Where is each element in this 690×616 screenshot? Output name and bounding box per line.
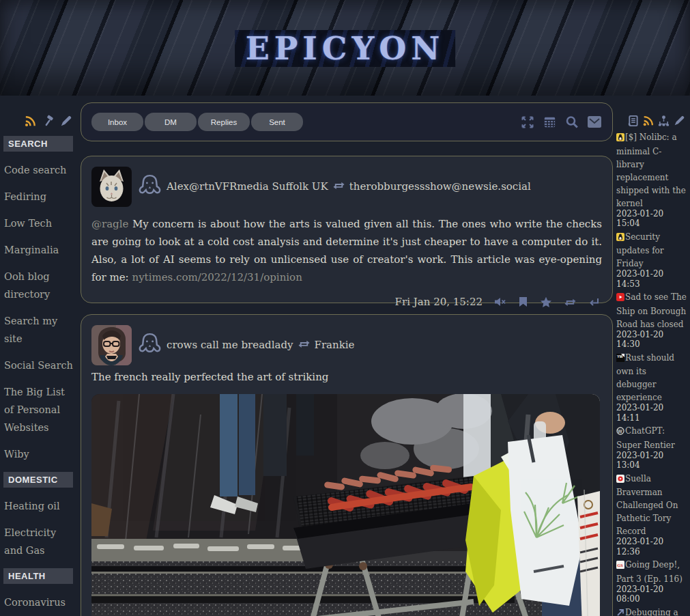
tab-dm[interactable]: DM xyxy=(145,113,197,131)
post-card: crows call me breadlady Frankie The fren… xyxy=(81,314,613,616)
yw-favicon: YW xyxy=(616,354,624,365)
post-card: Alex@rtnVFRmedia Suffolk UK therobburges… xyxy=(81,156,613,303)
timeline-header-icons xyxy=(520,115,602,130)
sidebar-link-search-my-site[interactable]: Search my site xyxy=(4,312,74,348)
section-header-search: SEARCH xyxy=(3,136,73,152)
mute-icon[interactable] xyxy=(494,296,506,307)
newswire-item: Debugging a Crash in OpenRCT2 2023-01-20… xyxy=(616,605,687,616)
newswire-link[interactable]: Security updates for Friday xyxy=(616,232,664,269)
newswire-item: YWRust should own its debugger experienc… xyxy=(616,350,687,423)
youtube-favicon xyxy=(616,475,624,486)
repeat-icon[interactable] xyxy=(564,296,577,307)
envelope-icon[interactable] xyxy=(587,115,602,128)
newswire-item: Sad to see The Ship on Borough Road has … xyxy=(616,290,687,350)
profile-dog-icon[interactable] xyxy=(137,331,162,359)
newswire-item: GSGoing Deep!, Part 3 (Ep. 116) 2023-01-… xyxy=(616,557,687,604)
newswire-item: Suella Braverman Challenged On Pathetic … xyxy=(616,471,687,557)
share-network-icon[interactable] xyxy=(658,115,670,127)
external-link-icon xyxy=(616,608,624,616)
newswire-item: Security updates for Friday 2023-01-20 1… xyxy=(616,229,687,290)
newswire-date: 2023-01-20 14:11 xyxy=(616,403,687,423)
sidebar-section-health: HEALTH Coronavirus statistics xyxy=(0,568,76,616)
svg-text:YW: YW xyxy=(617,354,624,358)
sidebar-link-ooh-blog-directory[interactable]: Ooh blog directory xyxy=(4,268,74,303)
doc-feed-icon[interactable] xyxy=(627,115,639,127)
newswire-link[interactable]: GSGoing Deep!, Part 3 (Ep. 116) xyxy=(616,560,682,584)
section-header-domestic: DOMESTIC xyxy=(3,472,73,488)
newswire-column: [$] Nolibc: a minimal C-library replacem… xyxy=(615,96,688,616)
profile-dog-icon[interactable] xyxy=(137,172,162,200)
sidebar-link-coronavirus-statistics[interactable]: Coronavirus statistics xyxy=(4,593,74,616)
post-attached-image[interactable] xyxy=(91,394,600,616)
banner-title-box: EPICYON xyxy=(235,30,456,67)
reply-icon[interactable] xyxy=(588,297,599,307)
newswire-date: 2023-01-20 13:04 xyxy=(616,451,687,471)
edit-pen-icon[interactable] xyxy=(59,115,72,128)
sidebar-link-big-list-personal-websites[interactable]: The Big List of Personal Websites xyxy=(4,383,74,436)
hammer-icon[interactable] xyxy=(42,115,55,128)
newswire-item: [$] Nolibc: a minimal C-library replacem… xyxy=(616,130,687,229)
newswire-toolbar xyxy=(615,96,688,130)
sidebar-link-low-tech[interactable]: Low Tech xyxy=(4,214,74,232)
expand-icon[interactable] xyxy=(520,115,535,130)
youtube-favicon xyxy=(616,293,624,304)
sidebar-link-wiby[interactable]: Wiby xyxy=(4,445,74,463)
bookmark-icon[interactable] xyxy=(518,296,528,307)
search-icon[interactable] xyxy=(564,115,579,130)
wordpress-favicon: W xyxy=(616,427,624,438)
post-boosted-account[interactable]: therobburgessshow@newsie.social xyxy=(349,180,531,193)
rss-icon[interactable] xyxy=(24,115,37,128)
sidebar-link-marginalia[interactable]: Marginalia xyxy=(4,241,74,259)
sidebar-link-electricity-gas[interactable]: Electricity and Gas xyxy=(4,524,74,559)
newswire-item: WChatGPT: Super Rentier 2023-01-20 13:04 xyxy=(616,423,687,471)
star-icon[interactable] xyxy=(540,296,552,308)
post-content: The french really perfected the art of s… xyxy=(91,368,602,386)
rss-icon[interactable] xyxy=(642,115,655,127)
boost-icon xyxy=(332,180,345,193)
sidebar-section-domestic: DOMESTIC Heating oil Electricity and Gas xyxy=(0,472,76,559)
timeline-header: Inbox DM Replies Sent xyxy=(81,102,613,141)
site-title: EPICYON xyxy=(246,30,445,67)
sidebar-link-social-search[interactable]: Social Search xyxy=(4,356,74,374)
sidebar-link-heating-oil[interactable]: Heating oil xyxy=(4,497,74,515)
tab-inbox[interactable]: Inbox xyxy=(91,113,143,131)
sidebar-link-fediring[interactable]: Fediring xyxy=(4,188,74,206)
newswire-link[interactable]: WChatGPT: Super Rentier xyxy=(616,426,675,450)
post-footer: Fri Jan 20, 15:22 xyxy=(91,296,602,308)
post-author[interactable]: crows call me breadlady xyxy=(167,339,293,351)
newswire-date: 2023-01-20 12:36 xyxy=(616,537,687,557)
boost-icon xyxy=(298,338,311,352)
svg-text:W: W xyxy=(618,429,622,434)
edit-pen-icon[interactable] xyxy=(673,115,685,127)
newswire-link[interactable]: Suella Braverman Challenged On Pathetic … xyxy=(616,474,678,537)
post-timestamp[interactable]: Fri Jan 20, 15:22 xyxy=(395,296,483,308)
post-author[interactable]: Alex@rtnVFRmedia Suffolk UK xyxy=(167,180,328,193)
post-boosted-account[interactable]: Frankie xyxy=(315,339,355,351)
avatar[interactable] xyxy=(91,167,132,207)
newswire-link[interactable]: Sad to see The Ship on Borough Road has … xyxy=(616,292,687,329)
post-external-link[interactable]: nytimes.com/2022/12/31/opinion xyxy=(132,271,302,283)
newswire-date: 2023-01-20 14:30 xyxy=(616,330,687,350)
sidebar-link-code-search[interactable]: Code search xyxy=(4,161,74,179)
newswire-date: 2023-01-20 14:53 xyxy=(616,269,687,289)
tab-replies[interactable]: Replies xyxy=(198,113,250,131)
newswire-link[interactable]: Debugging a Crash in OpenRCT2 xyxy=(616,608,678,616)
post-header: crows call me breadlady Frankie xyxy=(137,325,602,359)
newswire-link[interactable]: [$] Nolibc: a minimal C-library replacem… xyxy=(616,132,686,208)
newswire-link[interactable]: YWRust should own its debugger experienc… xyxy=(616,353,674,403)
avatar[interactable] xyxy=(91,325,132,365)
section-header-health: HEALTH xyxy=(3,568,73,584)
svg-text:GS: GS xyxy=(617,563,623,568)
left-links-toolbar xyxy=(0,96,76,132)
calendar-grid-icon[interactable] xyxy=(543,115,557,129)
banner-image[interactable]: EPICYON xyxy=(0,0,690,96)
lwn-favicon xyxy=(616,133,624,144)
post-header: Alex@rtnVFRmedia Suffolk UK therobburges… xyxy=(137,167,602,200)
tab-sent[interactable]: Sent xyxy=(251,113,303,131)
gs-favicon: GS xyxy=(616,561,624,572)
left-column: SEARCH Code search Fediring Low Tech Mar… xyxy=(0,96,76,616)
post-text: The french really perfected the art of s… xyxy=(91,371,328,383)
mention-link[interactable]: @ragle xyxy=(91,218,128,230)
sidebar-section-search: SEARCH Code search Fediring Low Tech Mar… xyxy=(0,136,76,463)
newswire-date: 2023-01-20 08:00 xyxy=(616,585,687,604)
